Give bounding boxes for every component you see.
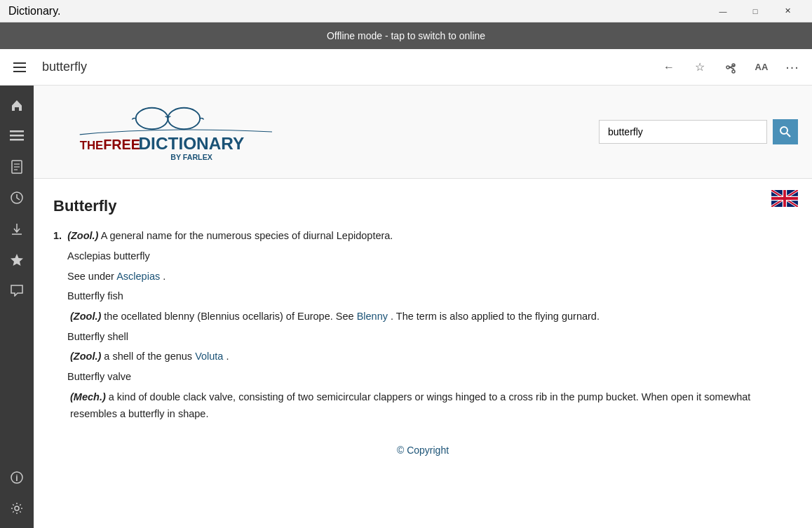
- svg-text:FREE: FREE: [103, 137, 140, 152]
- offline-banner-text: Offline mode - tap to switch to online: [327, 30, 485, 41]
- sidebar-item-settings[interactable]: [3, 494, 31, 522]
- line7-text: a shell of the genus: [104, 351, 195, 362]
- see-under-text: See under: [67, 271, 116, 282]
- titlebar: Dictionary. — □ ✕: [0, 0, 812, 22]
- asclepias-link[interactable]: Asclepias: [116, 271, 160, 282]
- settings-icon: [10, 501, 24, 515]
- info-icon: i: [10, 471, 24, 485]
- entry-line-7: (Zool.) a shell of the genus Voluta .: [53, 348, 792, 365]
- more-button[interactable]: ···: [778, 53, 806, 81]
- favorite-button[interactable]: ☆: [686, 53, 714, 81]
- svg-rect-0: [13, 62, 26, 64]
- star-icon: [10, 252, 24, 266]
- svg-point-16: [136, 108, 168, 129]
- svg-text:THE: THE: [80, 139, 104, 152]
- main-layout: i: [0, 86, 812, 528]
- voluta-link[interactable]: Voluta: [195, 351, 223, 362]
- definition-content: Butterfly 1. (Zool.) A general name for …: [34, 179, 812, 473]
- svg-text:i: i: [15, 473, 18, 483]
- app-title: Dictionary.: [8, 5, 60, 18]
- dict-header: THE FREE DICTIONARY BY FARLEX: [34, 86, 812, 179]
- sidebar-item-book[interactable]: [3, 153, 31, 181]
- content-area[interactable]: THE FREE DICTIONARY BY FARLEX: [34, 86, 812, 528]
- line5-post: . The term is also applied to the flying…: [391, 311, 600, 322]
- maximize-button[interactable]: □: [739, 0, 771, 22]
- svg-point-25: [780, 127, 787, 134]
- entry-line-9: (Mech.) a kind of double clack valve, co…: [53, 388, 792, 423]
- minimize-button[interactable]: —: [707, 0, 739, 22]
- svg-rect-3: [10, 130, 24, 133]
- close-button[interactable]: ✕: [771, 0, 804, 22]
- sidebar-item-star[interactable]: [3, 245, 31, 273]
- logo-container: THE FREE DICTIONARY BY FARLEX: [48, 97, 272, 167]
- asclepias-butterfly: Asclepias butterfly: [67, 250, 150, 262]
- back-button[interactable]: ←: [655, 53, 683, 81]
- sidebar-item-info[interactable]: i: [3, 463, 31, 492]
- svg-text:BY FARLEX: BY FARLEX: [170, 153, 213, 161]
- blenny-link[interactable]: Blenny: [357, 311, 388, 322]
- list-icon: [10, 130, 24, 142]
- svg-rect-5: [10, 139, 24, 141]
- entry-line-6: Butterfly shell: [53, 328, 792, 346]
- home-icon: [10, 98, 24, 112]
- dictionary-search-button[interactable]: [773, 119, 798, 144]
- zool-label-3: (Zool.): [70, 351, 101, 362]
- offline-banner[interactable]: Offline mode - tap to switch to online: [0, 22, 812, 49]
- svg-point-15: [15, 506, 19, 510]
- entry-line-4: Butterfly fish: [53, 287, 792, 305]
- sidebar-item-download[interactable]: [3, 215, 31, 243]
- svg-rect-1: [13, 67, 26, 68]
- chat-icon: [10, 284, 24, 297]
- uk-flag-icon: [771, 190, 798, 207]
- download-icon: [11, 222, 23, 236]
- entry-line-1: 1. (Zool.) A general name for the numero…: [53, 227, 792, 245]
- sidebar-item-home[interactable]: [3, 91, 31, 119]
- font-size-button[interactable]: AA: [747, 53, 776, 81]
- svg-marker-12: [11, 254, 23, 266]
- line3-post: .: [163, 271, 165, 282]
- svg-line-26: [787, 133, 790, 137]
- share-icon: [724, 61, 737, 74]
- entry-line-2: Asclepias butterfly: [53, 248, 792, 265]
- search-input[interactable]: [36, 57, 652, 77]
- entry-number: 1.: [53, 230, 62, 241]
- word-title: Butterfly: [53, 193, 792, 219]
- entry-line-5: (Zool.) the ocellated blenny (Blennius o…: [53, 308, 792, 325]
- toolbar: ← ☆ AA ···: [0, 49, 812, 86]
- history-icon: [10, 191, 24, 205]
- butterfly-valve-text: Butterfly valve: [67, 371, 131, 382]
- svg-rect-4: [10, 135, 24, 137]
- search-area: [599, 119, 798, 144]
- butterfly-fish-text: Butterfly fish: [67, 290, 123, 302]
- entry-line-3: See under Asclepias .: [53, 268, 792, 285]
- hamburger-icon: [13, 62, 26, 72]
- svg-point-17: [168, 108, 200, 129]
- butterfly-shell-text: Butterfly shell: [67, 331, 128, 342]
- dictionary-search-input[interactable]: [599, 120, 767, 144]
- svg-rect-2: [13, 71, 26, 72]
- menu-button[interactable]: [6, 53, 34, 81]
- sidebar: i: [0, 86, 34, 528]
- search-icon: [780, 126, 791, 137]
- mech-label: (Mech.): [70, 391, 106, 402]
- share-button[interactable]: [717, 53, 745, 81]
- line7-post: .: [226, 351, 229, 362]
- sidebar-item-list[interactable]: [3, 122, 31, 150]
- sidebar-item-chat[interactable]: [3, 276, 31, 304]
- line1-text: A general name for the numerous species …: [101, 230, 393, 241]
- zool-label-2: (Zool.): [70, 311, 101, 322]
- window-controls: — □ ✕: [707, 0, 804, 22]
- line5-text: the ocellated blenny (Blennius ocellaris…: [104, 311, 356, 322]
- entry-line-8: Butterfly valve: [53, 368, 792, 386]
- sidebar-item-history[interactable]: [3, 184, 31, 212]
- logo-image: THE FREE DICTIONARY BY FARLEX: [48, 97, 272, 167]
- book-icon: [11, 160, 23, 174]
- zool-label: (Zool.): [67, 230, 98, 241]
- flag-container[interactable]: [771, 190, 798, 212]
- svg-text:DICTIONARY: DICTIONARY: [139, 134, 245, 153]
- copyright-link[interactable]: © Copyright: [53, 442, 792, 459]
- line9-text: a kind of double clack valve, consisting…: [70, 391, 750, 420]
